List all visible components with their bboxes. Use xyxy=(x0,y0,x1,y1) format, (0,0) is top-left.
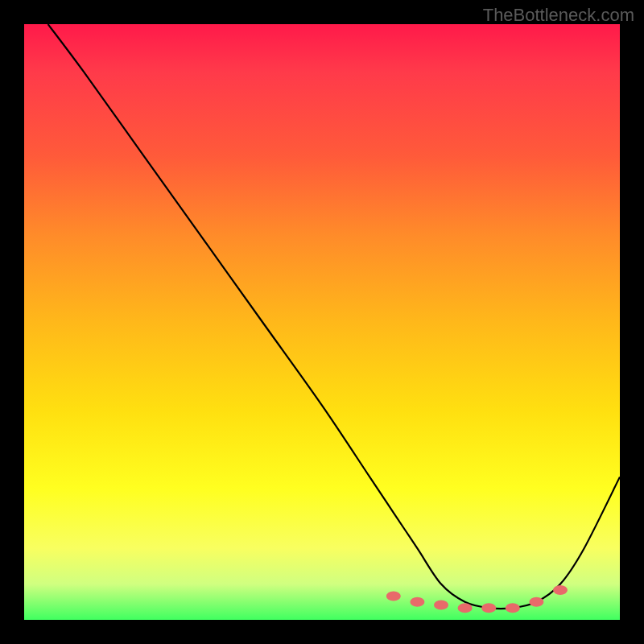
watermark-text: TheBottleneck.com xyxy=(483,5,634,26)
marker-dot xyxy=(529,597,543,607)
bottleneck-curve xyxy=(48,24,620,609)
marker-dot xyxy=(410,597,424,607)
curve-markers xyxy=(386,585,568,613)
marker-dot xyxy=(434,601,448,610)
marker-dot xyxy=(481,603,496,613)
marker-dot xyxy=(386,591,401,601)
marker-dot xyxy=(506,603,520,613)
marker-dot xyxy=(553,585,568,595)
marker-dot xyxy=(458,603,473,613)
chart-svg xyxy=(24,24,620,620)
